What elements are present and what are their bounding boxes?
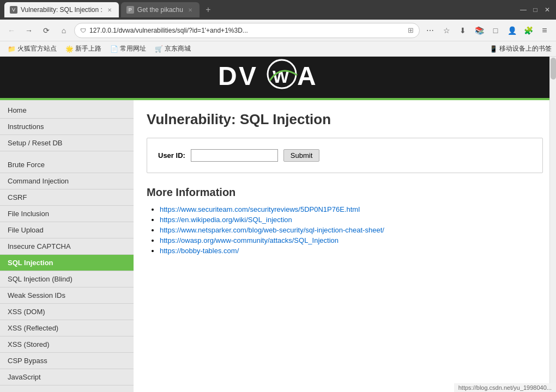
bookmark-newcomer[interactable]: 🌟 新手上路 — [62, 43, 105, 54]
mobile-bookmark[interactable]: 📱 移动设备上的书签 — [489, 44, 552, 53]
dvwa-logo-svg: D V W A — [218, 59, 338, 91]
sidebar-label-csp-bypass: CSP Bypass — [8, 357, 47, 365]
sidebar-item-instructions[interactable]: Instructions — [0, 119, 134, 135]
page-scrollbar[interactable] — [549, 57, 556, 392]
tab-label-1: Vulnerability: SQL Injection : — [21, 6, 102, 14]
sidebar-item-xss-stored[interactable]: XSS (Stored) — [0, 336, 134, 353]
more-info-title: More Information — [147, 186, 543, 199]
dvwa-body: Home Instructions Setup / Reset DB Brute… — [0, 100, 556, 392]
url-text: 127.0.0.1/dvwa/vulnerabilities/sqli/?id=… — [89, 27, 404, 34]
sidebar-label-sql-injection-blind: SQL Injection (Blind) — [8, 275, 72, 283]
mobile-icon: 📱 — [489, 45, 498, 53]
more-info-section: More Information https://www.securiteam.… — [147, 186, 543, 255]
dvwa-header: D V W A — [0, 57, 556, 100]
account-button[interactable]: 👤 — [505, 23, 519, 38]
sidebar-item-file-upload[interactable]: File Upload — [0, 222, 134, 238]
toolbar-icons: ⋯ ☆ ⬇ 📚 □ 👤 🧩 ≡ — [423, 23, 552, 38]
sidebar-item-xss-dom[interactable]: XSS (DOM) — [0, 304, 134, 320]
svg-text:A: A — [297, 62, 316, 90]
bookmark-common[interactable]: 📄 常用网址 — [107, 43, 149, 54]
sidebar-item-home[interactable]: Home — [0, 102, 134, 119]
more-tools-button[interactable]: ⋯ — [423, 23, 437, 38]
tab-active[interactable]: V Vulnerability: SQL Injection : ✕ — [4, 2, 119, 17]
maximize-button[interactable]: □ — [531, 5, 540, 14]
bookmark-label-2: 新手上路 — [75, 44, 101, 53]
browser-toolbar: ← → ⟳ ⌂ 🛡 127.0.0.1/dvwa/vulnerabilities… — [0, 20, 556, 41]
info-links: https://www.securiteam.com/securityrevie… — [147, 205, 543, 255]
sidebar-item-xss-reflected[interactable]: XSS (Reflected) — [0, 320, 134, 336]
info-link-5[interactable]: https://bobby-tables.com/ — [160, 247, 239, 255]
sidebar-item-command-injection[interactable]: Command Injection — [0, 173, 134, 189]
sidebar-label-csrf: CSRF — [8, 193, 27, 201]
bookmark-icon-3: 📄 — [110, 45, 118, 53]
back-button[interactable]: ← — [4, 23, 19, 38]
svg-text:D: D — [218, 62, 237, 90]
sidebar-item-weak-session-ids[interactable]: Weak Session IDs — [0, 287, 134, 304]
sidebar-item-sql-injection-blind[interactable]: SQL Injection (Blind) — [0, 271, 134, 287]
collections-button[interactable]: 📚 — [472, 23, 486, 38]
forward-button[interactable]: → — [22, 23, 36, 38]
browser-titlebar: V Vulnerability: SQL Injection : ✕ P Get… — [0, 0, 556, 20]
tab-close-1[interactable]: ✕ — [106, 6, 113, 14]
sidebar-item-javascript[interactable]: JavaScript — [0, 369, 134, 385]
info-link-4[interactable]: https://owasp.org/www-community/attacks/… — [160, 236, 339, 244]
tab-inactive[interactable]: P Get the pikachu ✕ — [121, 2, 200, 17]
bookmark-icon-2: 🌟 — [65, 45, 74, 53]
scrollbar-thumb — [551, 58, 556, 79]
sidebar-item-csp-bypass[interactable]: CSP Bypass — [0, 353, 134, 369]
bookmark-label-4: 京东商城 — [165, 44, 191, 53]
browser-view-button[interactable]: □ — [488, 23, 503, 38]
home-button[interactable]: ⌂ — [57, 23, 71, 38]
bookmark-label-1: 火狐官方站点 — [17, 44, 57, 53]
user-id-form: User ID: Submit — [147, 138, 543, 173]
list-item: https://www.securiteam.com/securityrevie… — [160, 205, 543, 213]
dvwa-app: D V W A — [0, 57, 556, 392]
info-link-1[interactable]: https://www.securiteam.com/securityrevie… — [160, 205, 360, 213]
sidebar-item-sql-injection[interactable]: SQL Injection — [0, 255, 134, 271]
submit-button[interactable]: Submit — [283, 149, 319, 162]
sidebar-label-home: Home — [8, 106, 27, 114]
tab-close-2[interactable]: ✕ — [186, 6, 194, 14]
svg-text:W: W — [273, 67, 289, 87]
sidebar-item-csrf[interactable]: CSRF — [0, 189, 134, 206]
sidebar-label-command-injection: Command Injection — [8, 177, 69, 185]
sidebar-label-xss-reflected: XSS (Reflected) — [8, 324, 58, 332]
sidebar-label-weak-session-ids: Weak Session IDs — [8, 291, 65, 299]
extensions-button[interactable]: 🧩 — [521, 23, 535, 38]
sidebar-item-setup[interactable]: Setup / Reset DB — [0, 135, 134, 151]
menu-button[interactable]: ≡ — [537, 23, 552, 38]
dvwa-main: Vulnerability: SQL Injection User ID: Su… — [134, 100, 556, 392]
sidebar-item-brute-force[interactable]: Brute Force — [0, 157, 134, 173]
bookmark-button[interactable]: ☆ — [439, 23, 454, 38]
page-content: D V W A — [0, 57, 556, 392]
list-item: https://owasp.org/www-community/attacks/… — [160, 236, 543, 244]
list-item: https://bobby-tables.com/ — [160, 247, 543, 255]
sidebar-divider-2 — [0, 385, 134, 391]
sidebar-label-javascript: JavaScript — [8, 373, 41, 381]
info-link-2[interactable]: https://en.wikipedia.org/wiki/SQL_inject… — [160, 216, 292, 224]
sidebar-label-file-inclusion: File Inclusion — [8, 210, 49, 218]
user-id-input[interactable] — [191, 149, 278, 162]
download-button[interactable]: ⬇ — [456, 23, 470, 38]
sidebar-label-brute-force: Brute Force — [8, 161, 45, 169]
page-title: Vulnerability: SQL Injection — [147, 111, 543, 128]
bookmark-firefox[interactable]: 📁 火狐官方站点 — [4, 43, 60, 54]
address-bar[interactable]: 🛡 127.0.0.1/dvwa/vulnerabilities/sqli/?i… — [74, 23, 420, 38]
page-info-icon: ⊞ — [408, 26, 414, 34]
list-item: https://www.netsparker.com/blog/web-secu… — [160, 226, 543, 234]
mobile-label: 移动设备上的书签 — [499, 44, 552, 53]
new-tab-button[interactable]: + — [202, 3, 215, 16]
bookmark-jd[interactable]: 🛒 京东商城 — [152, 43, 194, 54]
close-button[interactable]: ✕ — [543, 5, 552, 14]
info-link-3[interactable]: https://www.netsparker.com/blog/web-secu… — [160, 226, 384, 234]
sidebar-item-file-inclusion[interactable]: File Inclusion — [0, 206, 134, 222]
refresh-button[interactable]: ⟳ — [39, 23, 53, 38]
sidebar-label-sql-injection: SQL Injection — [8, 259, 53, 267]
status-bar: https://blog.csdn.net/yu_1998040... — [454, 383, 556, 392]
minimize-button[interactable]: — — [519, 5, 528, 14]
window-controls: — □ ✕ — [519, 5, 552, 14]
sidebar-item-insecure-captcha[interactable]: Insecure CAPTCHA — [0, 238, 134, 255]
dvwa-logo: D V W A — [218, 59, 338, 96]
tab-favicon-1: V — [10, 6, 17, 14]
browser-window: V Vulnerability: SQL Injection : ✕ P Get… — [0, 0, 556, 392]
